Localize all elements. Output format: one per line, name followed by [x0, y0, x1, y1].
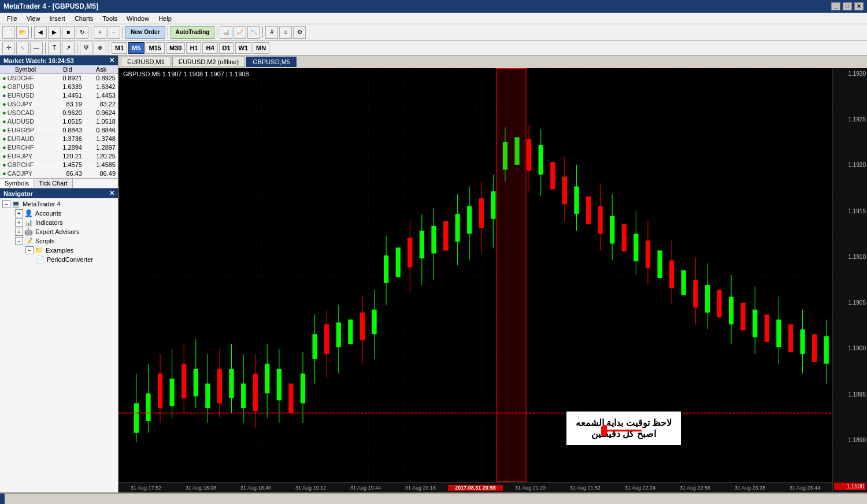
- chart-tab-eurusd-m2[interactable]: EURUSD,M2 (offline): [172, 57, 245, 67]
- menu-window[interactable]: Window: [122, 14, 154, 23]
- expand-accounts[interactable]: +: [15, 209, 23, 217]
- mw-close-icon[interactable]: ✕: [109, 57, 114, 64]
- indicators-icon: 📊: [24, 218, 34, 227]
- menu-view[interactable]: View: [22, 14, 45, 23]
- period-m5[interactable]: M5: [128, 42, 144, 54]
- expand-examples[interactable]: −: [25, 246, 34, 254]
- expand-ea[interactable]: +: [15, 228, 23, 236]
- vert-resize-handle[interactable]: [0, 494, 5, 504]
- market-watch-row[interactable]: ●EURUSD 1.4451 1.4453: [0, 91, 118, 100]
- period-h4[interactable]: H4: [202, 42, 217, 54]
- vol-button[interactable]: ≡: [279, 26, 292, 39]
- svg-rect-121: [497, 68, 526, 482]
- refresh-button[interactable]: ↻: [76, 26, 88, 39]
- chart-type2[interactable]: 📈: [234, 26, 246, 39]
- close-button[interactable]: ✕: [854, 2, 864, 10]
- mw-bid: 0.8843: [51, 126, 84, 135]
- menu-charts[interactable]: Charts: [70, 14, 98, 23]
- market-watch-row[interactable]: ●EURJPY 120.21 120.25: [0, 152, 118, 161]
- maximize-button[interactable]: □: [843, 2, 852, 10]
- mw-bid: 86.43: [51, 169, 84, 178]
- crosshair-button[interactable]: ✛: [2, 42, 15, 54]
- menu-tools[interactable]: Tools: [98, 14, 122, 23]
- stop-button[interactable]: ■: [62, 26, 75, 39]
- svg-rect-57: [455, 214, 460, 242]
- expand-scripts[interactable]: −: [15, 237, 23, 245]
- hline-button[interactable]: —: [30, 42, 43, 54]
- chart-type3[interactable]: 📉: [247, 26, 260, 39]
- market-watch-row[interactable]: ●USDCAD 0.9620 0.9624: [0, 109, 118, 117]
- back-button[interactable]: ◀: [34, 26, 47, 39]
- market-watch-row[interactable]: ●EURCHF 1.2894 1.2897: [0, 143, 118, 152]
- nav-indicators[interactable]: + 📊 Indicators: [10, 218, 118, 227]
- svg-rect-53: [431, 226, 436, 254]
- menu-file[interactable]: File: [2, 14, 22, 23]
- chart-svg: [118, 68, 832, 482]
- minimize-button[interactable]: _: [831, 2, 840, 10]
- annotation-arrow: [601, 419, 647, 443]
- market-watch-row[interactable]: ●CADJPY 86.43 86.49: [0, 169, 118, 178]
- nav-scripts[interactable]: − 📝 Scripts: [10, 236, 118, 246]
- gann-button[interactable]: ⊕: [94, 42, 106, 54]
- expand-root[interactable]: −: [2, 200, 10, 208]
- zoom-out-button[interactable]: −: [108, 26, 120, 39]
- expand-indicators[interactable]: +: [15, 218, 23, 227]
- svg-rect-19: [229, 369, 234, 398]
- arrow-button[interactable]: ↗: [62, 42, 75, 54]
- nav-expert-advisors[interactable]: + 🤖 Expert Advisors: [10, 227, 118, 236]
- navigator: Navigator ✕ − 💻 MetaTrader 4 + 👤 Account…: [0, 188, 118, 492]
- grid-button[interactable]: #: [265, 26, 278, 39]
- nav-accounts[interactable]: + 👤 Accounts: [10, 209, 118, 218]
- svg-rect-7: [158, 373, 162, 408]
- menu-insert[interactable]: Insert: [45, 14, 70, 23]
- text-button[interactable]: T: [48, 42, 61, 54]
- time-9: 31 Aug 21:52: [558, 485, 613, 491]
- nav-period-converter[interactable]: 📄 PeriodConverter: [31, 255, 118, 264]
- market-watch-row[interactable]: ●EURAUD 1.3736 1.3748: [0, 135, 118, 143]
- mw-symbol: ●USDJPY: [0, 100, 51, 109]
- svg-rect-35: [324, 324, 329, 354]
- mw-symbol: ●EURGBP: [0, 126, 51, 135]
- svg-rect-5: [146, 394, 150, 421]
- market-watch-row[interactable]: ●EURGBP 0.8843 0.8846: [0, 126, 118, 135]
- period-mn[interactable]: MN: [253, 42, 269, 54]
- chart-tab-gbpusd-m5[interactable]: GBPUSD,M5: [246, 57, 297, 67]
- period-m30[interactable]: M30: [166, 42, 185, 54]
- new-order-button[interactable]: New Order: [125, 26, 165, 39]
- market-watch-row[interactable]: ●GBPUSD 1.6339 1.6342: [0, 83, 118, 91]
- period-w1[interactable]: W1: [235, 42, 252, 54]
- market-watch-row[interactable]: ●USDCHF 0.8921 0.8925: [0, 74, 118, 83]
- settings-button[interactable]: ⚙: [293, 26, 306, 39]
- open-button[interactable]: 📂: [16, 26, 29, 39]
- nav-close-icon[interactable]: ✕: [109, 190, 114, 197]
- chart-type1[interactable]: 📊: [220, 26, 232, 39]
- price-1895: 1.1895: [834, 391, 866, 398]
- menu-help[interactable]: Help: [154, 14, 176, 23]
- mw-symbol: ●EURUSD: [0, 91, 51, 100]
- fib-button[interactable]: Ψ: [80, 42, 92, 54]
- title-label: MetaTrader 4 - [GBPUSD,M5]: [3, 2, 98, 10]
- market-watch-row[interactable]: ●GBPCHF 1.4575 1.4585: [0, 161, 118, 169]
- period-m1[interactable]: M1: [112, 42, 127, 54]
- period-d1[interactable]: D1: [219, 42, 234, 54]
- zoom-in-button[interactable]: +: [94, 26, 106, 39]
- line-button[interactable]: ⟍: [16, 42, 29, 54]
- svg-rect-119: [824, 336, 829, 364]
- market-watch-row[interactable]: ●AUDUSD 1.0515 1.0518: [0, 117, 118, 126]
- svg-rect-1: [118, 68, 832, 482]
- market-watch-row[interactable]: ●USDJPY 83.19 83.22: [0, 100, 118, 109]
- period-m15[interactable]: M15: [146, 42, 165, 54]
- nav-root[interactable]: − 💻 MetaTrader 4: [0, 199, 118, 209]
- tab-symbols[interactable]: Symbols: [0, 179, 34, 188]
- file-icon: 📄: [36, 255, 45, 264]
- accounts-icon: 👤: [24, 209, 34, 217]
- tab-tick-chart[interactable]: Tick Chart: [34, 179, 73, 188]
- mw-symbol: ●GBPCHF: [0, 161, 51, 169]
- fwd-button[interactable]: ▶: [48, 26, 61, 39]
- period-h1[interactable]: H1: [186, 42, 201, 54]
- nav-examples[interactable]: − 📁 Examples: [21, 246, 118, 255]
- autotrading-button[interactable]: AutoTrading: [171, 26, 215, 39]
- new-button[interactable]: 📄: [2, 26, 15, 39]
- time-axis: 31 Aug 17:52 31 Aug 18:08 31 Aug 18:40 3…: [118, 482, 832, 492]
- chart-tab-eurusd-m1[interactable]: EURUSD,M1: [121, 57, 171, 67]
